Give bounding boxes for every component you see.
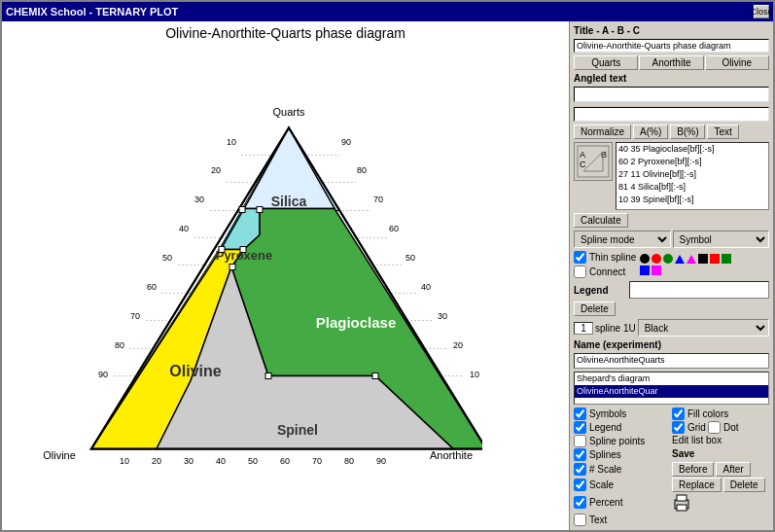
svg-text:B: B: [601, 150, 607, 160]
list-item: 60 2 Pyroxene[bf][:-s]: [616, 156, 768, 168]
spline-mode-dropdown[interactable]: Spline mode: [574, 231, 671, 248]
text-checkbox[interactable]: [574, 514, 586, 526]
calculate-btn[interactable]: Calculate: [574, 213, 628, 228]
list-item: 10 39 Spinel[bf][:-s]: [616, 194, 768, 206]
save-label: Save: [672, 448, 769, 461]
printer-icon[interactable]: [672, 493, 691, 513]
percent-label: Percent: [589, 497, 622, 508]
title-input[interactable]: Olivine-Anorthite-Quarts phase diagram: [574, 39, 769, 53]
list-item: 81 4 Silica[bf][:-s]: [616, 181, 768, 194]
title-label: Title - A - B - C: [574, 25, 640, 36]
svg-text:C: C: [580, 160, 586, 169]
sym-triangle-blue[interactable]: [675, 255, 685, 264]
color-red[interactable]: [652, 254, 661, 264]
dot-label: Dot: [723, 422, 739, 433]
a-btn[interactable]: Quarts: [574, 55, 638, 70]
svg-rect-69: [677, 495, 687, 501]
legend-chk-label: Legend: [589, 422, 621, 433]
delete-btn[interactable]: Delete: [574, 301, 616, 316]
spline-points-label: Spline points: [589, 436, 645, 446]
angled-text-input[interactable]: [574, 87, 769, 102]
svg-text:50: 50: [405, 253, 415, 263]
svg-rect-56: [219, 247, 225, 253]
percent-checkbox[interactable]: [574, 496, 586, 509]
color-blue2[interactable]: [640, 266, 650, 275]
legend-box[interactable]: [629, 281, 769, 299]
svg-text:10: 10: [470, 370, 479, 379]
color-dropdown[interactable]: Black Red Green Blue: [638, 319, 769, 337]
grid-label: Grid: [687, 422, 706, 433]
experiment-list[interactable]: Shepard's diagram OlivineAnorthiteQuar: [574, 372, 769, 405]
grid-checkbox[interactable]: [672, 421, 685, 434]
list-item-1: OlivineAnorthiteQuar: [575, 385, 768, 398]
color-black[interactable]: [640, 254, 650, 264]
close-button[interactable]: Close: [754, 5, 769, 18]
color-green[interactable]: [663, 254, 673, 264]
svg-rect-55: [257, 207, 263, 213]
color-green2[interactable]: [722, 254, 731, 264]
a-pct-btn[interactable]: A(%): [633, 124, 668, 139]
connect-label: Connect: [589, 266, 625, 277]
name-label: Name (experiment): [574, 339, 661, 350]
before-btn[interactable]: Before: [672, 462, 714, 477]
splines-checkbox[interactable]: [574, 448, 586, 461]
svg-text:20: 20: [152, 456, 161, 466]
list-item: 40 35 Plagioclase[bf][:-s]: [616, 143, 768, 156]
svg-text:40: 40: [179, 224, 189, 233]
color-black2[interactable]: [698, 254, 708, 264]
dot-checkbox[interactable]: [708, 421, 721, 434]
symbol-dropdown[interactable]: Symbol: [673, 231, 770, 248]
fill-colors-checkbox[interactable]: [672, 408, 685, 420]
legend-label: Legend: [574, 285, 627, 296]
fill-colors-label: Fill colors: [687, 408, 728, 419]
svg-text:80: 80: [115, 340, 124, 350]
svg-text:90: 90: [341, 137, 351, 147]
svg-rect-58: [229, 265, 235, 270]
list-item: 27 11 Olivine[bf][:-s]: [616, 168, 768, 181]
b-btn[interactable]: Anorthite: [639, 55, 703, 70]
scale-label: Scale: [589, 479, 614, 490]
svg-text:10: 10: [120, 456, 129, 466]
color-magenta2[interactable]: [652, 266, 661, 275]
color-red2[interactable]: [710, 254, 720, 264]
symbols-checkbox[interactable]: [574, 408, 586, 420]
angled-text-label: Angled text: [574, 73, 769, 84]
svg-text:90: 90: [98, 370, 108, 379]
normalize-btn[interactable]: Normalize: [574, 124, 631, 139]
svg-text:70: 70: [373, 195, 383, 204]
svg-text:Anorthite: Anorthite: [430, 449, 473, 461]
right-panel: Title - A - B - C Olivine-Anorthite-Quar…: [569, 21, 773, 530]
num-scale-checkbox[interactable]: [574, 463, 586, 476]
sym-triangle-pink[interactable]: [687, 255, 696, 264]
legend-checkbox[interactable]: [574, 421, 586, 434]
after-btn[interactable]: After: [716, 462, 750, 477]
svg-text:20: 20: [453, 340, 463, 350]
spline-points-checkbox[interactable]: [574, 435, 586, 447]
text-label: Text: [589, 514, 607, 525]
text-btn[interactable]: Text: [707, 124, 738, 139]
svg-text:30: 30: [184, 456, 194, 466]
svg-text:80: 80: [357, 165, 367, 175]
svg-text:10: 10: [227, 137, 236, 147]
list-item-0: Shepard's diagram: [575, 372, 768, 385]
plot-title: Olivine-Anorthite-Quarts phase diagram: [6, 25, 565, 41]
name-value[interactable]: OlivineAnorthiteQuarts: [574, 353, 769, 369]
c-btn[interactable]: Olivine: [705, 55, 769, 70]
symbols-label: Symbols: [589, 408, 626, 419]
svg-text:60: 60: [280, 456, 290, 466]
scale-checkbox[interactable]: [574, 479, 586, 491]
replace-btn[interactable]: Replace: [672, 478, 722, 492]
svg-text:30: 30: [438, 311, 447, 321]
edit-list-label: Edit list box: [672, 435, 769, 447]
svg-text:Olivine: Olivine: [43, 449, 76, 461]
delete-btn2[interactable]: Delete: [723, 478, 765, 492]
connect-checkbox[interactable]: [574, 266, 586, 278]
canvas-icon: A C B: [574, 142, 613, 181]
svg-text:40: 40: [216, 456, 226, 466]
spline-data-list[interactable]: 40 35 Plagioclase[bf][:-s] 60 2 Pyroxene…: [616, 142, 769, 210]
ternary-plot: 10 20 30 40 50 60 70 80 90 90 80 70 60 5…: [6, 43, 482, 490]
svg-text:80: 80: [344, 456, 354, 466]
angled-text-input2[interactable]: [574, 107, 769, 123]
thin-spline-checkbox[interactable]: [574, 251, 586, 264]
b-pct-btn[interactable]: B(%): [670, 124, 705, 139]
